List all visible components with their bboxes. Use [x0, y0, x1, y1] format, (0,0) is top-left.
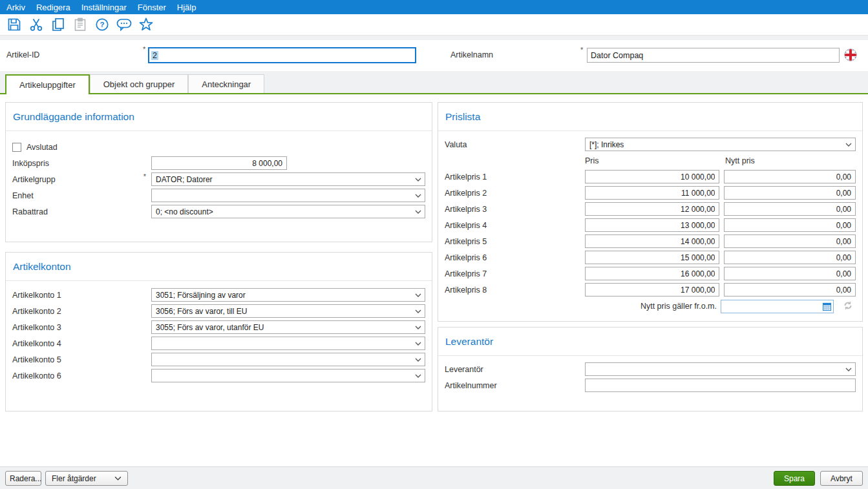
- artikelpris-6-nytt-pris-input[interactable]: [724, 251, 856, 264]
- section-artikelkonton: Artikelkonton Artikelkonto 1 3051; Försä…: [5, 252, 432, 411]
- artikelgrupp-select[interactable]: DATOR; Datorer: [151, 172, 425, 186]
- avslutad-checkbox[interactable]: [12, 143, 21, 152]
- enhet-row: Enhet: [12, 187, 425, 203]
- artikelkonto-5-label: Artikelkonto 5: [12, 355, 151, 364]
- menu-hjalp[interactable]: Hjälp: [177, 3, 196, 12]
- artikelpris-5-nytt-pris-input[interactable]: [724, 234, 856, 248]
- avslutad-label: Avslutad: [26, 143, 58, 152]
- artikelpris-2-label: Artikelpris 2: [445, 189, 585, 198]
- spara-button[interactable]: Spara: [774, 471, 815, 486]
- artikelpris-3-nytt-pris-input[interactable]: [724, 202, 856, 216]
- translation-flag-button[interactable]: [844, 48, 857, 61]
- artikelpris-5-pris-input[interactable]: [585, 234, 719, 248]
- tab-anteckningar[interactable]: Anteckningar: [188, 74, 264, 93]
- artikelpris-row: Artikelpris 2: [445, 185, 856, 201]
- paste-icon: [72, 17, 88, 32]
- fler-atgarder-label: Fler åtgärder: [52, 474, 96, 483]
- toolbar-separator: [0, 35, 868, 40]
- artikelpris-row: Artikelpris 5: [445, 233, 856, 249]
- artikelkonto-3-label: Artikelkonto 3: [12, 323, 151, 332]
- valuta-row: Valuta [*]; Inrikes: [445, 136, 856, 152]
- feedback-button[interactable]: [115, 16, 133, 34]
- artikelpris-8-label: Artikelpris 8: [445, 286, 585, 295]
- valuta-value: [*]; Inrikes: [589, 140, 624, 149]
- valuta-select[interactable]: [*]; Inrikes: [585, 138, 856, 151]
- rabattrad-label: Rabattrad: [12, 207, 151, 216]
- tab-objekt-och-grupper[interactable]: Objekt och grupper: [90, 74, 189, 93]
- artikelpris-2-nytt-pris-input[interactable]: [724, 186, 856, 200]
- section-prislista: Prislista Valuta [*]; Inrikes Pris Nytt …: [438, 102, 863, 322]
- artikelkonto-row: Artikelkonto 4: [12, 335, 425, 351]
- artikelpris-6-pris-input[interactable]: [585, 251, 719, 264]
- calendar-picker-button[interactable]: [821, 302, 832, 311]
- artikelkonto-row: Artikelkonto 2 3056; Förs av varor, till…: [12, 303, 425, 319]
- artikel-id-required-marker: *: [143, 45, 145, 53]
- artikelkonto-6-label: Artikelkonto 6: [12, 371, 151, 380]
- artikelpris-7-nytt-pris-input[interactable]: [724, 267, 856, 280]
- refresh-icon: [843, 300, 853, 311]
- section-title: Prislista: [438, 103, 862, 131]
- help-button[interactable]: ?: [93, 16, 111, 34]
- artikel-id-input[interactable]: 2: [148, 47, 416, 63]
- cut-icon: [28, 17, 44, 32]
- artikelkonto-1-value: 3051; Försäljning av varor: [156, 291, 246, 300]
- chevron-down-icon: [415, 210, 421, 214]
- artikelpris-4-nytt-pris-input[interactable]: [724, 218, 856, 232]
- leverantor-select[interactable]: [585, 362, 856, 376]
- chevron-down-icon: [114, 476, 122, 481]
- artikelkonto-3-select[interactable]: 3055; Förs av varor, utanför EU: [151, 320, 425, 334]
- artikelpris-8-nytt-pris-input[interactable]: [724, 283, 856, 297]
- artikelpris-1-nytt-pris-input[interactable]: [724, 170, 856, 183]
- nytt-pris-galler-date-input[interactable]: [721, 300, 834, 313]
- artikelpris-2-pris-input[interactable]: [585, 186, 719, 200]
- section-title: Artikelkonton: [6, 253, 432, 281]
- artikelnamn-label: Artikelnamn: [450, 50, 493, 59]
- inkopspris-input[interactable]: [151, 156, 287, 170]
- menu-fonster[interactable]: Fönster: [138, 3, 166, 12]
- artikelnummer-input[interactable]: [585, 379, 856, 392]
- paste-button[interactable]: [71, 16, 89, 34]
- chevron-down-icon: [415, 358, 421, 362]
- enhet-select[interactable]: [151, 189, 425, 202]
- section-title: Grundläggande information: [6, 103, 432, 131]
- artikelnamn-input[interactable]: [587, 48, 840, 63]
- avbryt-button[interactable]: Avbryt: [820, 471, 863, 486]
- uk-flag-icon: [844, 48, 857, 61]
- artikelpris-4-pris-input[interactable]: [585, 218, 719, 232]
- section-grundlaggande-information: Grundläggande information Avslutad Inköp…: [5, 102, 432, 242]
- artikelpris-7-pris-input[interactable]: [585, 267, 719, 280]
- cut-button[interactable]: [27, 16, 45, 34]
- artikelpris-row: Artikelpris 1: [445, 169, 856, 185]
- rabattrad-row: Rabattrad 0; <no discount>: [12, 203, 425, 220]
- fler-atgarder-dropdown[interactable]: Fler åtgärder: [45, 471, 128, 486]
- rabattrad-value: 0; <no discount>: [156, 207, 213, 216]
- artikelkonto-1-select[interactable]: 3051; Försäljning av varor: [151, 288, 425, 302]
- artikelnummer-row: Artikelnummer: [445, 377, 856, 393]
- tab-artikeluppgifter[interactable]: Artikeluppgifter: [5, 74, 90, 94]
- artikelkonto-6-select[interactable]: [151, 369, 425, 382]
- chevron-down-icon: [415, 342, 421, 346]
- menu-arkiv[interactable]: Arkiv: [6, 3, 25, 12]
- artikelkonto-4-select[interactable]: [151, 337, 425, 350]
- artikelkonto-2-select[interactable]: 3056; Förs av varor, till EU: [151, 304, 425, 318]
- artikelpris-5-label: Artikelpris 5: [445, 237, 585, 246]
- radera-button[interactable]: Radera...: [5, 471, 41, 486]
- artikelpris-8-pris-input[interactable]: [585, 283, 719, 297]
- artikelpris-3-pris-input[interactable]: [585, 202, 719, 216]
- recalculate-prices-button[interactable]: [842, 300, 854, 312]
- artikelkonto-2-label: Artikelkonto 2: [12, 307, 151, 316]
- menu-installningar[interactable]: Inställningar: [81, 3, 127, 12]
- toolbar: ?: [0, 14, 868, 35]
- copy-button[interactable]: [49, 16, 67, 34]
- artikelpris-row: Artikelpris 6: [445, 249, 856, 265]
- avslutad-row: Avslutad: [12, 139, 425, 155]
- favorite-icon: [138, 17, 154, 32]
- rabattrad-select[interactable]: 0; <no discount>: [151, 205, 425, 218]
- save-button[interactable]: [5, 16, 23, 34]
- tab-bar: Artikeluppgifter Objekt och grupper Ante…: [0, 71, 868, 94]
- artikelpris-1-pris-input[interactable]: [585, 170, 719, 183]
- nytt-pris-column-header: Nytt pris: [725, 156, 755, 165]
- favorite-button[interactable]: [137, 16, 155, 34]
- artikelkonto-5-select[interactable]: [151, 353, 425, 366]
- menu-redigera[interactable]: Redigera: [36, 3, 70, 12]
